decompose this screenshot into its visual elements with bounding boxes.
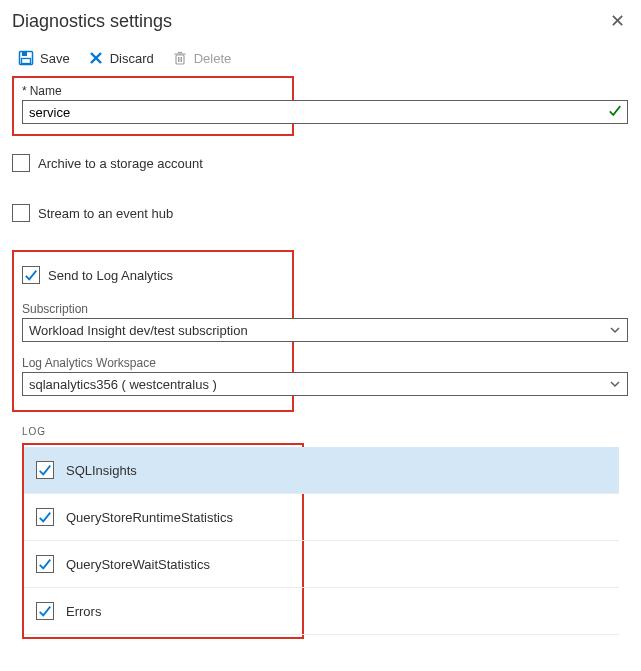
log-item-checkbox[interactable] <box>36 602 54 620</box>
log-item[interactable]: Errors <box>24 588 619 635</box>
close-icon[interactable]: ✕ <box>606 6 629 36</box>
subscription-value: Workload Insight dev/test subscription <box>29 323 248 338</box>
archive-checkbox-row: Archive to a storage account <box>12 150 629 176</box>
save-button[interactable]: Save <box>18 50 70 66</box>
workspace-value: sqlanalytics356 ( westcentralus ) <box>29 377 217 392</box>
log-item-label: Errors <box>66 604 101 619</box>
chevron-down-icon <box>609 324 621 336</box>
send-log-analytics-label: Send to Log Analytics <box>48 268 173 283</box>
log-analytics-highlight-box: Send to Log Analytics Subscription Workl… <box>12 250 294 412</box>
log-item[interactable]: QueryStoreRuntimeStatistics <box>24 494 619 541</box>
log-list: SQLInsights QueryStoreRuntimeStatistics … <box>26 447 300 635</box>
log-item[interactable]: SQLInsights <box>24 447 619 494</box>
log-heading: LOG <box>12 426 629 443</box>
name-input[interactable] <box>22 100 628 124</box>
name-label: *Name <box>22 84 284 98</box>
discard-button[interactable]: Discard <box>88 50 154 66</box>
archive-checkbox[interactable] <box>12 154 30 172</box>
delete-button: Delete <box>172 50 232 66</box>
delete-icon <box>172 50 188 66</box>
chevron-down-icon <box>609 378 621 390</box>
subscription-select[interactable]: Workload Insight dev/test subscription <box>22 318 628 342</box>
archive-label: Archive to a storage account <box>38 156 203 171</box>
name-highlight-box: *Name <box>12 76 294 136</box>
stream-checkbox-row: Stream to an event hub <box>12 200 629 226</box>
discard-label: Discard <box>110 51 154 66</box>
log-item[interactable]: QueryStoreWaitStatistics <box>24 541 619 588</box>
svg-rect-2 <box>22 59 31 64</box>
page-title: Diagnostics settings <box>12 11 172 32</box>
log-item-label: SQLInsights <box>66 463 137 478</box>
workspace-select[interactable]: sqlanalytics356 ( westcentralus ) <box>22 372 628 396</box>
toolbar: Save Discard Delete <box>12 42 629 76</box>
svg-rect-1 <box>22 52 27 56</box>
send-log-analytics-checkbox[interactable] <box>22 266 40 284</box>
log-item-checkbox[interactable] <box>36 555 54 573</box>
header: Diagnostics settings ✕ <box>12 6 629 42</box>
valid-check-icon <box>608 104 622 121</box>
log-item-label: QueryStoreRuntimeStatistics <box>66 510 233 525</box>
log-item-checkbox[interactable] <box>36 461 54 479</box>
log-item-checkbox[interactable] <box>36 508 54 526</box>
save-label: Save <box>40 51 70 66</box>
workspace-label: Log Analytics Workspace <box>22 356 284 370</box>
subscription-label: Subscription <box>22 302 284 316</box>
log-highlight-box: SQLInsights QueryStoreRuntimeStatistics … <box>22 443 304 639</box>
stream-label: Stream to an event hub <box>38 206 173 221</box>
save-icon <box>18 50 34 66</box>
stream-checkbox[interactable] <box>12 204 30 222</box>
send-log-analytics-row: Send to Log Analytics <box>22 262 284 288</box>
delete-label: Delete <box>194 51 232 66</box>
log-item-label: QueryStoreWaitStatistics <box>66 557 210 572</box>
discard-icon <box>88 50 104 66</box>
